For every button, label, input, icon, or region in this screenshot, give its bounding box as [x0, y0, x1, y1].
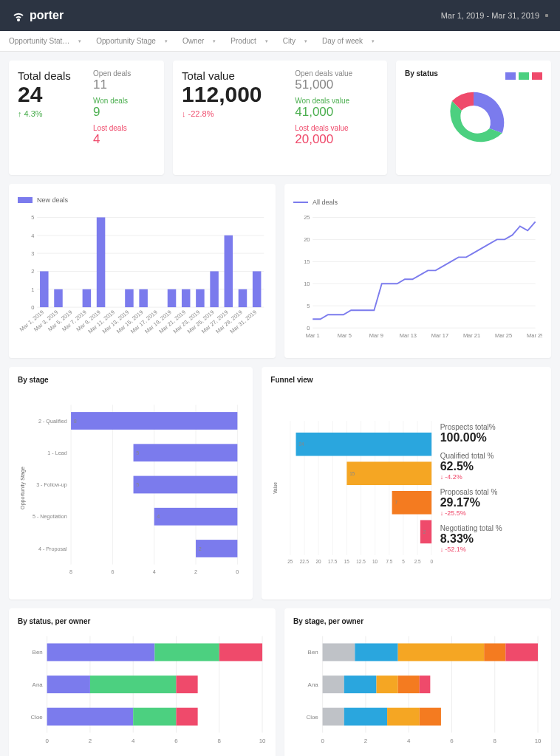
new-deals-chart: 012345Mar 1, 2019Mar 3, 2019Mar 5, 2019M…: [18, 206, 267, 346]
total-value-change: ↓-22.8%: [182, 109, 281, 118]
svg-rect-164: [323, 676, 344, 693]
new-deals-chart-card: New deals 012345Mar 1, 2019Mar 3, 2019Ma…: [9, 184, 276, 358]
svg-text:15: 15: [304, 258, 310, 265]
svg-text:4 - Proposal: 4 - Proposal: [38, 546, 67, 552]
svg-text:2: 2: [31, 268, 34, 275]
filter-day-of-week[interactable]: Day of week: [322, 37, 375, 45]
svg-text:Opportunity Stage: Opportunity Stage: [19, 467, 26, 509]
svg-rect-165: [344, 676, 377, 693]
svg-text:7: 7: [395, 500, 398, 505]
svg-rect-27: [139, 289, 148, 307]
svg-text:5: 5: [136, 450, 139, 456]
svg-text:2: 2: [194, 568, 197, 575]
svg-rect-144: [176, 708, 197, 726]
date-range-picker[interactable]: Mar 1, 2019 - Mar 31, 2019: [441, 11, 548, 20]
lost-deals-label: Lost deals: [93, 124, 155, 132]
svg-rect-33: [182, 289, 191, 307]
funnel-card: Funnel view 02.557.51012.51517.52022.525…: [262, 367, 551, 599]
svg-text:22.5: 22.5: [300, 559, 310, 564]
lost-deals-value: 4: [93, 132, 155, 147]
svg-text:20: 20: [316, 559, 322, 564]
arrow-up-icon: ↑: [18, 109, 22, 118]
new-deals-legend: New deals: [18, 196, 68, 204]
svg-text:1 - Lead: 1 - Lead: [47, 450, 66, 456]
svg-rect-171: [344, 708, 387, 726]
svg-rect-161: [484, 643, 505, 661]
svg-rect-84: [154, 508, 238, 526]
svg-rect-138: [47, 676, 90, 693]
all-deals-legend: All deals: [293, 199, 338, 206]
svg-text:5: 5: [402, 559, 405, 564]
svg-text:4: 4: [153, 568, 156, 575]
svg-text:20: 20: [304, 236, 310, 243]
arrow-down-icon: ↓: [182, 109, 186, 118]
svg-rect-115: [347, 461, 432, 485]
svg-text:Mar 25: Mar 25: [495, 332, 512, 339]
svg-text:6: 6: [450, 738, 454, 744]
funnel-stat-negotiating: Negotiating total % 8.33% ↓-52.1%: [440, 524, 542, 553]
funnel-stat-prospects: Prospects total% 100.00%: [440, 423, 542, 444]
svg-text:5 - Negotiation: 5 - Negotiation: [33, 513, 67, 520]
filter-opportunity-status[interactable]: Opportunity Stat…: [9, 37, 81, 45]
svg-text:Mar 21: Mar 21: [463, 332, 480, 339]
filter-city[interactable]: City: [283, 37, 307, 45]
svg-rect-21: [97, 217, 106, 307]
funnel-stat-proposals: Proposals total % 29.17% ↓-25.5%: [440, 488, 542, 517]
won-deals-label: Won deals: [93, 97, 155, 105]
donut-title: By status: [405, 69, 438, 78]
svg-text:7.5: 7.5: [386, 559, 393, 564]
legend-won-swatch: [519, 72, 529, 80]
svg-text:10: 10: [535, 738, 542, 744]
svg-text:Ben: Ben: [308, 649, 318, 656]
svg-rect-87: [196, 540, 237, 557]
svg-rect-81: [134, 476, 238, 494]
svg-text:2: 2: [89, 738, 92, 744]
svg-rect-119: [420, 520, 431, 543]
svg-text:15: 15: [350, 471, 356, 476]
status-per-owner-card: By status, per owner 0246810BenAnaCloe: [9, 608, 276, 756]
total-value-label: Total value: [182, 69, 281, 82]
status-per-owner-title: By status, per owner: [18, 617, 267, 625]
svg-text:15: 15: [344, 559, 350, 564]
filter-product[interactable]: Product: [231, 37, 267, 45]
open-value-value: 51,000: [295, 78, 378, 92]
svg-text:0: 0: [321, 738, 324, 744]
svg-rect-166: [376, 676, 397, 693]
svg-text:0: 0: [45, 738, 49, 744]
svg-text:5: 5: [307, 303, 310, 309]
svg-rect-75: [71, 412, 237, 430]
svg-rect-41: [239, 289, 247, 307]
svg-text:10: 10: [304, 281, 310, 287]
svg-rect-170: [323, 708, 344, 726]
total-deals-change: ↑4.3%: [18, 109, 80, 118]
svg-text:10: 10: [259, 738, 266, 744]
funnel-title: Funnel view: [270, 376, 542, 384]
svg-text:12.5: 12.5: [357, 559, 366, 564]
total-deals-value: 24: [18, 82, 80, 106]
svg-text:Mar 9: Mar 9: [369, 332, 383, 339]
total-value-value: 112,000: [182, 82, 281, 106]
svg-text:4: 4: [31, 233, 34, 239]
svg-rect-142: [47, 708, 134, 726]
wifi-icon: [12, 9, 25, 22]
by-stage-card: By stage 0246882 - Qualified51 - Lead53 …: [9, 367, 253, 599]
svg-rect-139: [90, 676, 177, 693]
svg-text:3 - Follow-up: 3 - Follow-up: [36, 481, 67, 488]
filter-opportunity-stage[interactable]: Opportunity Stage: [96, 37, 168, 45]
svg-text:6: 6: [111, 568, 114, 575]
stage-per-owner-title: By stage, per owner: [293, 617, 542, 625]
filter-owner[interactable]: Owner: [182, 37, 216, 45]
svg-rect-43: [253, 271, 262, 307]
donut-card: By status: [396, 61, 551, 175]
won-value-value: 41,000: [295, 105, 378, 120]
svg-text:4: 4: [132, 738, 135, 744]
stage-per-owner-chart: 0246810BenAnaCloe: [293, 630, 542, 748]
lost-value-label: Lost deals value: [295, 124, 378, 132]
arrow-down-icon: ↓: [440, 546, 444, 553]
svg-rect-173: [420, 708, 441, 726]
stage-per-owner-card: By stage, per owner 0246810BenAnaCloe: [284, 608, 551, 756]
svg-text:8: 8: [74, 418, 77, 425]
svg-text:Cloe: Cloe: [306, 714, 318, 721]
total-deals-label: Total deals: [18, 69, 80, 82]
svg-rect-113: [296, 433, 432, 456]
